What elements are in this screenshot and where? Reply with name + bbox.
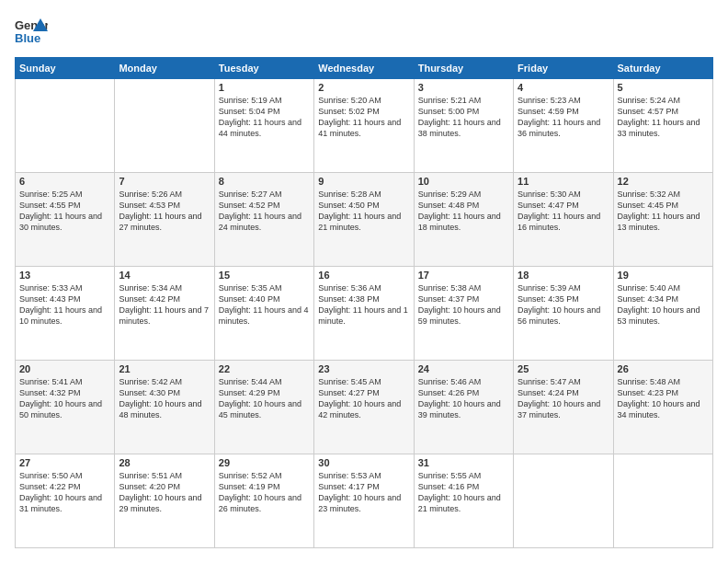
day-number: 9 [318,176,409,187]
day-info: Sunrise: 5:19 AM Sunset: 5:04 PM Dayligh… [219,95,310,140]
day-number: 18 [518,270,609,281]
calendar-cell [16,79,115,173]
day-info: Sunrise: 5:51 AM Sunset: 4:20 PM Dayligh… [119,470,210,515]
calendar-cell: 7Sunrise: 5:26 AM Sunset: 4:53 PM Daylig… [115,173,214,267]
day-header-thursday: Thursday [414,58,513,79]
calendar-cell: 31Sunrise: 5:55 AM Sunset: 4:16 PM Dayli… [414,454,513,548]
calendar-cell: 9Sunrise: 5:28 AM Sunset: 4:50 PM Daylig… [314,173,414,267]
day-info: Sunrise: 5:46 AM Sunset: 4:26 PM Dayligh… [418,376,509,421]
calendar-cell [115,79,214,173]
day-number: 20 [19,363,110,374]
calendar-cell: 16Sunrise: 5:36 AM Sunset: 4:38 PM Dayli… [314,267,414,361]
day-number: 1 [219,82,310,93]
calendar-cell: 5Sunrise: 5:24 AM Sunset: 4:57 PM Daylig… [613,79,712,173]
day-info: Sunrise: 5:26 AM Sunset: 4:53 PM Dayligh… [119,189,210,234]
day-info: Sunrise: 5:45 AM Sunset: 4:27 PM Dayligh… [318,376,409,421]
day-info: Sunrise: 5:24 AM Sunset: 4:57 PM Dayligh… [618,95,709,140]
calendar-header-row: SundayMondayTuesdayWednesdayThursdayFrid… [16,58,713,79]
calendar-week-3: 13Sunrise: 5:33 AM Sunset: 4:43 PM Dayli… [16,267,713,361]
day-header-monday: Monday [115,58,214,79]
day-number: 29 [219,457,310,468]
day-number: 11 [518,176,609,187]
day-info: Sunrise: 5:28 AM Sunset: 4:50 PM Dayligh… [318,189,409,234]
calendar-cell: 22Sunrise: 5:44 AM Sunset: 4:29 PM Dayli… [214,361,313,454]
svg-text:Blue: Blue [15,31,40,45]
day-number: 8 [219,176,310,187]
day-info: Sunrise: 5:39 AM Sunset: 4:35 PM Dayligh… [518,282,609,327]
logo: General Blue [15,15,48,48]
calendar-cell: 10Sunrise: 5:29 AM Sunset: 4:48 PM Dayli… [414,173,513,267]
day-number: 13 [19,270,110,281]
day-info: Sunrise: 5:53 AM Sunset: 4:17 PM Dayligh… [318,470,409,515]
calendar-cell: 2Sunrise: 5:20 AM Sunset: 5:02 PM Daylig… [314,79,414,173]
logo-icon: General Blue [15,15,48,48]
day-number: 16 [318,270,409,281]
day-header-saturday: Saturday [613,58,712,79]
calendar-cell: 3Sunrise: 5:21 AM Sunset: 5:00 PM Daylig… [414,79,513,173]
calendar-cell: 30Sunrise: 5:53 AM Sunset: 4:17 PM Dayli… [314,454,414,548]
day-number: 26 [618,363,709,374]
calendar-cell: 13Sunrise: 5:33 AM Sunset: 4:43 PM Dayli… [16,267,115,361]
day-info: Sunrise: 5:30 AM Sunset: 4:47 PM Dayligh… [518,189,609,234]
day-number: 17 [418,270,509,281]
day-info: Sunrise: 5:29 AM Sunset: 4:48 PM Dayligh… [418,189,509,234]
calendar-cell: 18Sunrise: 5:39 AM Sunset: 4:35 PM Dayli… [514,267,613,361]
day-number: 19 [618,270,709,281]
calendar-cell: 19Sunrise: 5:40 AM Sunset: 4:34 PM Dayli… [613,267,712,361]
day-info: Sunrise: 5:36 AM Sunset: 4:38 PM Dayligh… [318,282,409,327]
day-number: 25 [518,363,609,374]
day-number: 5 [618,82,709,93]
day-number: 22 [219,363,310,374]
calendar-cell: 24Sunrise: 5:46 AM Sunset: 4:26 PM Dayli… [414,361,513,454]
calendar-week-1: 1Sunrise: 5:19 AM Sunset: 5:04 PM Daylig… [16,79,713,173]
day-info: Sunrise: 5:48 AM Sunset: 4:23 PM Dayligh… [618,376,709,421]
header: General Blue [15,15,713,48]
day-info: Sunrise: 5:32 AM Sunset: 4:45 PM Dayligh… [618,189,709,234]
calendar-cell: 11Sunrise: 5:30 AM Sunset: 4:47 PM Dayli… [514,173,613,267]
page: General Blue SundayMondayTuesdayWednesda… [0,0,728,563]
day-number: 24 [418,363,509,374]
calendar-cell [613,454,712,548]
day-info: Sunrise: 5:55 AM Sunset: 4:16 PM Dayligh… [418,470,509,515]
day-number: 21 [119,363,210,374]
day-info: Sunrise: 5:20 AM Sunset: 5:02 PM Dayligh… [318,95,409,140]
day-number: 12 [618,176,709,187]
day-info: Sunrise: 5:44 AM Sunset: 4:29 PM Dayligh… [219,376,310,421]
day-number: 2 [318,82,409,93]
day-info: Sunrise: 5:23 AM Sunset: 4:59 PM Dayligh… [518,95,609,140]
day-info: Sunrise: 5:21 AM Sunset: 5:00 PM Dayligh… [418,95,509,140]
calendar-week-4: 20Sunrise: 5:41 AM Sunset: 4:32 PM Dayli… [16,361,713,454]
day-header-wednesday: Wednesday [314,58,414,79]
calendar-cell: 12Sunrise: 5:32 AM Sunset: 4:45 PM Dayli… [613,173,712,267]
calendar-cell: 27Sunrise: 5:50 AM Sunset: 4:22 PM Dayli… [16,454,115,548]
day-header-sunday: Sunday [16,58,115,79]
calendar-cell: 1Sunrise: 5:19 AM Sunset: 5:04 PM Daylig… [214,79,313,173]
calendar-cell: 23Sunrise: 5:45 AM Sunset: 4:27 PM Dayli… [314,361,414,454]
calendar-cell: 14Sunrise: 5:34 AM Sunset: 4:42 PM Dayli… [115,267,214,361]
calendar-cell [514,454,613,548]
day-number: 31 [418,457,509,468]
calendar-cell: 20Sunrise: 5:41 AM Sunset: 4:32 PM Dayli… [16,361,115,454]
calendar-cell: 25Sunrise: 5:47 AM Sunset: 4:24 PM Dayli… [514,361,613,454]
day-number: 27 [19,457,110,468]
calendar-cell: 6Sunrise: 5:25 AM Sunset: 4:55 PM Daylig… [16,173,115,267]
day-number: 3 [418,82,509,93]
day-header-tuesday: Tuesday [214,58,313,79]
day-info: Sunrise: 5:38 AM Sunset: 4:37 PM Dayligh… [418,282,509,327]
day-number: 23 [318,363,409,374]
day-number: 30 [318,457,409,468]
calendar-cell: 29Sunrise: 5:52 AM Sunset: 4:19 PM Dayli… [214,454,313,548]
calendar-cell: 28Sunrise: 5:51 AM Sunset: 4:20 PM Dayli… [115,454,214,548]
day-number: 14 [119,270,210,281]
calendar-cell: 15Sunrise: 5:35 AM Sunset: 4:40 PM Dayli… [214,267,313,361]
day-info: Sunrise: 5:35 AM Sunset: 4:40 PM Dayligh… [219,282,310,327]
day-info: Sunrise: 5:33 AM Sunset: 4:43 PM Dayligh… [19,282,110,327]
day-info: Sunrise: 5:50 AM Sunset: 4:22 PM Dayligh… [19,470,110,515]
day-info: Sunrise: 5:41 AM Sunset: 4:32 PM Dayligh… [19,376,110,421]
day-number: 10 [418,176,509,187]
day-info: Sunrise: 5:34 AM Sunset: 4:42 PM Dayligh… [119,282,210,327]
day-info: Sunrise: 5:27 AM Sunset: 4:52 PM Dayligh… [219,189,310,234]
calendar-table: SundayMondayTuesdayWednesdayThursdayFrid… [15,57,713,548]
calendar-cell: 26Sunrise: 5:48 AM Sunset: 4:23 PM Dayli… [613,361,712,454]
day-number: 15 [219,270,310,281]
